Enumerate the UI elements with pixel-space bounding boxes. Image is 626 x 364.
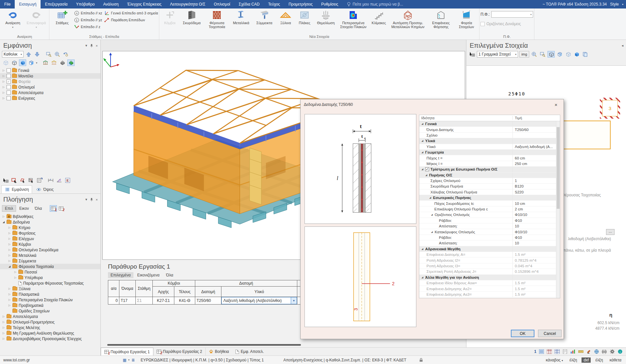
- model-solid-gray-icon[interactable]: [59, 59, 66, 66]
- pg-group-pyrinas[interactable]: ◢Πυρήνας Ο/Σ: [419, 173, 556, 178]
- status-url[interactable]: www.tol.com.gr: [0, 358, 121, 362]
- cell-section[interactable]: T250/60: [195, 297, 221, 305]
- view-transparent-icon[interactable]: [565, 51, 572, 58]
- cell-level[interactable]: Σ1: [136, 297, 153, 305]
- load-surfaces-button[interactable]: Επιφάνειες Φόρτισης: [427, 9, 455, 29]
- array-planes-button[interactable]: Παράθεση Επιπέδων: [104, 17, 158, 23]
- nav-item-vivliothikes[interactable]: ▷Βιβλιοθήκες: [0, 214, 100, 219]
- pg-row-paxos-t[interactable]: Πάχος t =60 cm: [419, 155, 556, 161]
- display-item-montelo[interactable]: ▷Μοντέλο: [0, 73, 100, 79]
- model-frame-color-icon[interactable]: [42, 59, 49, 66]
- redo-button[interactable]: Επαναφορά▾: [25, 9, 48, 29]
- col-level[interactable]: Στάθμη: [136, 280, 153, 297]
- pg-row-yliko[interactable]: ΥλικόΛαξευτή λιθοδομή (Α...: [419, 144, 556, 150]
- menu-sxedia-cad[interactable]: Σχέδια CAD: [235, 0, 264, 8]
- close-icon[interactable]: ×: [552, 102, 560, 108]
- snap-toggle[interactable]: έλξη: [567, 357, 579, 363]
- zoom-window-icon[interactable]: [45, 51, 52, 58]
- work-window-1-icon[interactable]: 1: [50, 205, 57, 212]
- checkbox[interactable]: [7, 85, 11, 89]
- menu-prometriseis[interactable]: Προμετρήσεις: [284, 0, 317, 8]
- menu-oplismoi[interactable]: Οπλισμοί: [210, 0, 235, 8]
- expander-icon[interactable]: ▷: [2, 86, 5, 89]
- nav-tab-ola[interactable]: Όλα: [32, 206, 44, 211]
- pg-row-orizontios[interactable]: ◢Οριζόντιος ΟπλισμόςΦ10/10: [419, 212, 556, 218]
- sheet-icon[interactable]: [562, 349, 568, 355]
- zoom-extents-icon[interactable]: [54, 51, 61, 58]
- status-list-icon[interactable]: ≣: [130, 357, 137, 363]
- snap-toggle-2[interactable]: έλξη: [593, 357, 605, 363]
- col-material[interactable]: Υλικό: [221, 287, 297, 297]
- display-item-energeies[interactable]: ▷Ενέργειες: [0, 95, 100, 101]
- fem-slabs-button[interactable]: Πεπερασμένα Στοιχεία Πλακών: [338, 9, 369, 29]
- display-close-icon[interactable]: ×: [96, 44, 98, 48]
- frame-select-icon[interactable]: F: [27, 177, 35, 184]
- paint-icon[interactable]: [586, 349, 591, 355]
- col-nodes-group[interactable]: Κόμβοι: [153, 280, 195, 287]
- dropdown-caret-icon[interactable]: ▼: [291, 297, 297, 304]
- pg-row-comment[interactable]: Σχόλιο: [419, 133, 556, 138]
- horizontal-scrollbar[interactable]: [107, 344, 301, 346]
- display-item-fortia[interactable]: ▷✓Φορτία: [0, 79, 100, 84]
- undo-button[interactable]: Αναίρεση▾: [1, 9, 25, 29]
- nav-item-fortiseis[interactable]: ▷Φορτίσεις: [0, 230, 100, 236]
- foundation-button[interactable]: Θεμελίωση: [314, 9, 338, 25]
- nav-item-symmeikta[interactable]: ▷Σύμμεικτα: [0, 258, 100, 264]
- horizontal-forces-checkbox[interactable]: [480, 22, 485, 26]
- nav-item-plasmatika[interactable]: ▷Πλασματικά: [0, 291, 100, 297]
- nav-item-apotelesmata[interactable]: ▷Αποτελέσματα: [0, 314, 100, 319]
- status-codes[interactable]: ΕΥΡΩΚΩΔΙΚΕΣ | Ιδιομορφική | Κ.Π.Μ. | q=3…: [137, 358, 264, 362]
- pg-group-tristroti[interactable]: ◢✓Τρίστρωτη με Εσωτερικό Πυρήνα Ο/Σ: [419, 167, 556, 172]
- table-grid-icon[interactable]: [554, 349, 560, 355]
- menu-teyxos[interactable]: Τεύχος: [264, 0, 284, 8]
- pg-row-xalyvas[interactable]: Χάλυβας Οπλισμού ΠυρήναS220: [419, 190, 556, 195]
- composite-button[interactable]: Σύμμεικτα: [252, 9, 276, 25]
- polygon-select-icon[interactable]: [19, 177, 26, 184]
- view-mode-caret-icon[interactable]: ▾: [36, 61, 37, 64]
- ortho-toggle[interactable]: κάθετα: [608, 357, 623, 363]
- nav-item-ktirio[interactable]: ▷Κτήριο: [0, 225, 100, 230]
- grid-scrollbar[interactable]: [556, 121, 560, 298]
- pg-row-ravdoi-2[interactable]: Ράβδοι:Φ10: [419, 235, 556, 240]
- nav-item-yperthyra[interactable]: ▷Υπέρθυρα: [0, 275, 100, 280]
- nav-tab-epil[interactable]: Επιλ: [2, 205, 16, 212]
- pg-group-adraneiaka[interactable]: ◢Αδρανειακά Μεγέθη: [419, 246, 556, 252]
- more-button[interactable]: ...: [606, 229, 615, 235]
- levels-button[interactable]: Στάθμες: [50, 9, 74, 25]
- pg-row-mikos-l[interactable]: Μήκος l =250 cm: [419, 161, 556, 167]
- nav-item-metallika[interactable]: ▷Μεταλλικά: [0, 253, 100, 258]
- view-hidden-line-icon[interactable]: [548, 51, 555, 58]
- pg-group-esoterikos[interactable]: ◢Εσωτερικός Πυρήνας: [419, 195, 556, 201]
- pg-row-skyrodema-pyrina[interactable]: Σκυρόδεμα ΠυρήναB120: [419, 184, 556, 189]
- selection-filter-combobox[interactable]: 1 Γραμμικά Στοιχεί▾: [477, 51, 518, 58]
- view-shaded-icon[interactable]: [556, 51, 563, 58]
- tristroti-checkbox[interactable]: ✓: [425, 167, 429, 171]
- zoom-previous-icon[interactable]: [62, 51, 69, 58]
- nav-tab-eikon[interactable]: Εικον: [17, 206, 31, 211]
- btab-work-window-2[interactable]: 2Παράθυρο Εργασίας 2: [153, 348, 206, 356]
- pg-row-apostasi-2[interactable]: Απόσταση:10: [419, 240, 556, 246]
- pg-row-paxos-tc[interactable]: Πάχος Σκυροδέματος tc10 cm: [419, 201, 556, 206]
- nav-item-komvoi[interactable]: ▷Κόμβοι: [0, 241, 100, 247]
- slabs-button[interactable]: Πλάκες: [295, 9, 314, 25]
- nav-item-xylina[interactable]: ▷Ξύλινα: [0, 286, 100, 291]
- style-menu[interactable]: Style: [610, 2, 619, 7]
- col-section[interactable]: Διατομή: [195, 287, 221, 297]
- view-cutaway-icon[interactable]: [27, 59, 35, 66]
- material-dropdown[interactable]: Λαξευτή λιθοδομή (Ασβεστόλιθοι) ▼: [221, 297, 297, 304]
- settings-icon[interactable]: [609, 349, 615, 355]
- view-solid-icon[interactable]: [573, 51, 580, 58]
- nodes-button[interactable]: Κόμβοι: [160, 9, 179, 25]
- nav-item-dedomena[interactable]: ◢Δεδομένα: [0, 219, 100, 225]
- nav-close-icon[interactable]: ×: [96, 198, 98, 202]
- cell-aa[interactable]: 0: [108, 297, 119, 305]
- table-row[interactable]: 0 T17 Σ1 K27-Σ1 K41-Θ T250/60 Λαξευτή λι…: [108, 297, 312, 305]
- table-report-icon[interactable]: [547, 349, 552, 355]
- btab-help[interactable]: Βοήθεια: [206, 348, 232, 356]
- display-item-apotelesmata[interactable]: ▷Αποτελέσματα: [0, 90, 100, 95]
- checkbox-checked[interactable]: ✓: [7, 79, 11, 84]
- general-plane-button[interactable]: Γενικό Επίπεδο από 3 σημεία: [104, 10, 158, 16]
- display-item-oplismoi[interactable]: ▷Οπλισμοί: [0, 84, 100, 90]
- auto-steel-button[interactable]: Αυτόματη Προσομ. Μεταλλικών Κτηρίων: [389, 9, 427, 29]
- view-wireframe-icon[interactable]: [2, 59, 9, 66]
